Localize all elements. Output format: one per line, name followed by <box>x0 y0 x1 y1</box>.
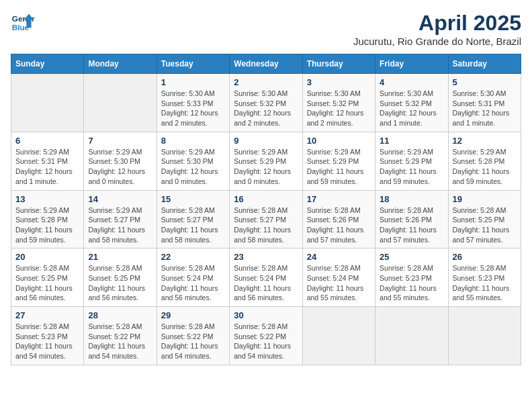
day-info: Sunrise: 5:29 AM Sunset: 5:31 PM Dayligh… <box>15 147 79 187</box>
calendar-table: SundayMondayTuesdayWednesdayThursdayFrid… <box>11 54 521 365</box>
calendar-cell <box>375 307 448 365</box>
day-info: Sunrise: 5:28 AM Sunset: 5:22 PM Dayligh… <box>161 322 225 361</box>
day-number: 24 <box>307 252 371 262</box>
day-number: 9 <box>234 136 298 146</box>
calendar-cell <box>302 307 375 365</box>
day-info: Sunrise: 5:28 AM Sunset: 5:25 PM Dayligh… <box>15 263 79 303</box>
calendar-week-row: 1Sunrise: 5:30 AM Sunset: 5:33 PM Daylig… <box>11 74 521 132</box>
calendar-cell: 3Sunrise: 5:30 AM Sunset: 5:32 PM Daylig… <box>302 74 375 132</box>
day-number: 21 <box>88 252 152 262</box>
day-number: 10 <box>307 136 371 146</box>
day-number: 5 <box>453 77 517 87</box>
calendar-week-row: 13Sunrise: 5:29 AM Sunset: 5:28 PM Dayli… <box>11 190 521 248</box>
calendar-cell: 2Sunrise: 5:30 AM Sunset: 5:32 PM Daylig… <box>230 74 302 132</box>
day-number: 26 <box>453 252 517 262</box>
day-info: Sunrise: 5:30 AM Sunset: 5:32 PM Dayligh… <box>380 89 443 128</box>
calendar-cell: 25Sunrise: 5:28 AM Sunset: 5:23 PM Dayli… <box>375 248 448 307</box>
day-info: Sunrise: 5:28 AM Sunset: 5:24 PM Dayligh… <box>307 263 371 303</box>
day-number: 4 <box>380 77 443 87</box>
day-number: 22 <box>161 252 225 262</box>
calendar-week-row: 27Sunrise: 5:28 AM Sunset: 5:23 PM Dayli… <box>11 307 521 365</box>
day-number: 2 <box>234 77 298 87</box>
weekday-header: Sunday <box>11 54 84 74</box>
day-number: 3 <box>307 77 371 87</box>
calendar-week-row: 6Sunrise: 5:29 AM Sunset: 5:31 PM Daylig… <box>11 132 521 190</box>
calendar-cell: 16Sunrise: 5:28 AM Sunset: 5:27 PM Dayli… <box>230 190 302 248</box>
calendar-cell: 17Sunrise: 5:28 AM Sunset: 5:26 PM Dayli… <box>302 190 375 248</box>
calendar-cell: 5Sunrise: 5:30 AM Sunset: 5:31 PM Daylig… <box>448 74 521 132</box>
calendar-cell: 21Sunrise: 5:28 AM Sunset: 5:25 PM Dayli… <box>84 248 157 307</box>
day-number: 30 <box>234 310 298 320</box>
day-number: 12 <box>453 136 517 146</box>
day-info: Sunrise: 5:29 AM Sunset: 5:28 PM Dayligh… <box>453 147 517 187</box>
day-number: 19 <box>453 194 517 204</box>
day-info: Sunrise: 5:28 AM Sunset: 5:23 PM Dayligh… <box>453 263 517 303</box>
weekday-header: Friday <box>375 54 448 74</box>
day-info: Sunrise: 5:28 AM Sunset: 5:27 PM Dayligh… <box>234 205 298 245</box>
day-number: 1 <box>161 77 225 87</box>
calendar-cell: 23Sunrise: 5:28 AM Sunset: 5:24 PM Dayli… <box>230 248 302 307</box>
calendar-cell: 20Sunrise: 5:28 AM Sunset: 5:25 PM Dayli… <box>11 248 84 307</box>
calendar-cell: 28Sunrise: 5:28 AM Sunset: 5:22 PM Dayli… <box>84 307 157 365</box>
day-number: 29 <box>161 310 225 320</box>
day-info: Sunrise: 5:30 AM Sunset: 5:32 PM Dayligh… <box>307 89 371 128</box>
calendar-cell: 10Sunrise: 5:29 AM Sunset: 5:29 PM Dayli… <box>302 132 375 190</box>
calendar-cell: 26Sunrise: 5:28 AM Sunset: 5:23 PM Dayli… <box>448 248 521 307</box>
calendar-cell: 14Sunrise: 5:29 AM Sunset: 5:27 PM Dayli… <box>84 190 157 248</box>
day-info: Sunrise: 5:28 AM Sunset: 5:24 PM Dayligh… <box>234 263 298 303</box>
day-number: 8 <box>161 136 225 146</box>
calendar-cell: 30Sunrise: 5:28 AM Sunset: 5:22 PM Dayli… <box>230 307 302 365</box>
day-info: Sunrise: 5:29 AM Sunset: 5:28 PM Dayligh… <box>15 205 79 245</box>
calendar-cell: 12Sunrise: 5:29 AM Sunset: 5:28 PM Dayli… <box>448 132 521 190</box>
calendar-cell: 29Sunrise: 5:28 AM Sunset: 5:22 PM Dayli… <box>157 307 229 365</box>
day-info: Sunrise: 5:29 AM Sunset: 5:29 PM Dayligh… <box>307 147 371 187</box>
day-info: Sunrise: 5:28 AM Sunset: 5:26 PM Dayligh… <box>380 205 443 245</box>
day-info: Sunrise: 5:28 AM Sunset: 5:27 PM Dayligh… <box>161 205 225 245</box>
page-subtitle: Jucurutu, Rio Grande do Norte, Brazil <box>353 36 521 47</box>
day-info: Sunrise: 5:29 AM Sunset: 5:30 PM Dayligh… <box>88 147 152 187</box>
title-area: April 2025 Jucurutu, Rio Grande do Norte… <box>353 11 521 47</box>
calendar-cell: 8Sunrise: 5:29 AM Sunset: 5:30 PM Daylig… <box>157 132 229 190</box>
day-number: 6 <box>15 136 79 146</box>
weekday-header: Thursday <box>302 54 375 74</box>
day-number: 18 <box>380 194 443 204</box>
calendar-cell: 18Sunrise: 5:28 AM Sunset: 5:26 PM Dayli… <box>375 190 448 248</box>
weekday-header: Tuesday <box>157 54 229 74</box>
day-info: Sunrise: 5:28 AM Sunset: 5:22 PM Dayligh… <box>234 322 298 361</box>
calendar-cell: 7Sunrise: 5:29 AM Sunset: 5:30 PM Daylig… <box>84 132 157 190</box>
day-info: Sunrise: 5:30 AM Sunset: 5:32 PM Dayligh… <box>234 89 298 128</box>
calendar-cell: 13Sunrise: 5:29 AM Sunset: 5:28 PM Dayli… <box>11 190 84 248</box>
day-info: Sunrise: 5:28 AM Sunset: 5:26 PM Dayligh… <box>307 205 371 245</box>
weekday-header: Saturday <box>448 54 521 74</box>
day-number: 20 <box>15 252 79 262</box>
calendar-cell <box>448 307 521 365</box>
calendar-cell: 4Sunrise: 5:30 AM Sunset: 5:32 PM Daylig… <box>375 74 448 132</box>
day-info: Sunrise: 5:28 AM Sunset: 5:23 PM Dayligh… <box>380 263 443 303</box>
day-number: 7 <box>88 136 152 146</box>
day-info: Sunrise: 5:28 AM Sunset: 5:24 PM Dayligh… <box>161 263 225 303</box>
calendar-cell: 22Sunrise: 5:28 AM Sunset: 5:24 PM Dayli… <box>157 248 229 307</box>
calendar-cell <box>84 74 157 132</box>
day-number: 23 <box>234 252 298 262</box>
day-number: 13 <box>15 194 79 204</box>
calendar-header-row: SundayMondayTuesdayWednesdayThursdayFrid… <box>11 54 521 74</box>
day-number: 16 <box>234 194 298 204</box>
logo-icon: General Blue <box>11 11 35 35</box>
calendar-cell: 27Sunrise: 5:28 AM Sunset: 5:23 PM Dayli… <box>11 307 84 365</box>
page-title: April 2025 <box>353 11 521 36</box>
day-info: Sunrise: 5:28 AM Sunset: 5:23 PM Dayligh… <box>15 322 79 361</box>
day-info: Sunrise: 5:28 AM Sunset: 5:25 PM Dayligh… <box>88 263 152 303</box>
weekday-header: Monday <box>84 54 157 74</box>
day-info: Sunrise: 5:29 AM Sunset: 5:29 PM Dayligh… <box>380 147 443 187</box>
day-info: Sunrise: 5:29 AM Sunset: 5:29 PM Dayligh… <box>234 147 298 187</box>
day-info: Sunrise: 5:30 AM Sunset: 5:33 PM Dayligh… <box>161 89 225 128</box>
day-number: 27 <box>15 310 79 320</box>
day-info: Sunrise: 5:29 AM Sunset: 5:27 PM Dayligh… <box>88 205 152 245</box>
day-info: Sunrise: 5:30 AM Sunset: 5:31 PM Dayligh… <box>453 89 517 128</box>
calendar-week-row: 20Sunrise: 5:28 AM Sunset: 5:25 PM Dayli… <box>11 248 521 307</box>
calendar-cell: 24Sunrise: 5:28 AM Sunset: 5:24 PM Dayli… <box>302 248 375 307</box>
calendar-cell <box>11 74 84 132</box>
calendar-cell: 11Sunrise: 5:29 AM Sunset: 5:29 PM Dayli… <box>375 132 448 190</box>
calendar-cell: 15Sunrise: 5:28 AM Sunset: 5:27 PM Dayli… <box>157 190 229 248</box>
day-number: 17 <box>307 194 371 204</box>
